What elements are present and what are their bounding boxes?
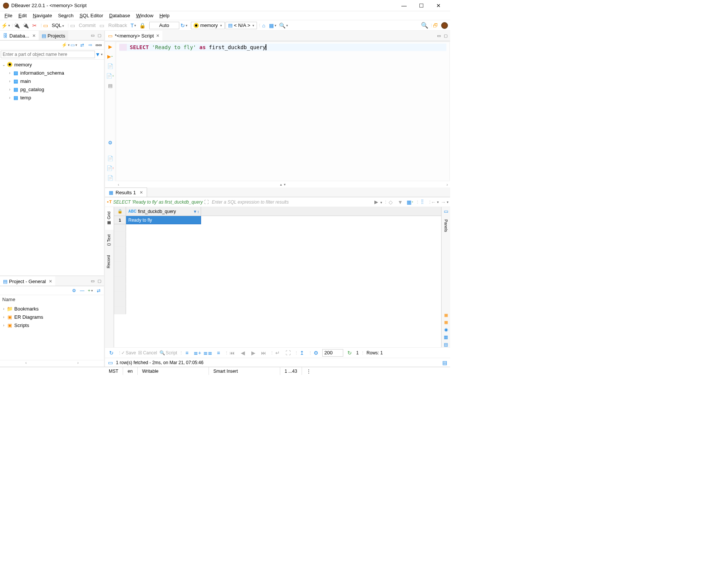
filter-history-icon[interactable]: ▼ <box>396 198 404 206</box>
panel-icon-2[interactable]: ▦ <box>444 320 448 325</box>
tab-database[interactable]: 🗄 Databa... ✕ <box>0 31 39 40</box>
var-icon[interactable]: 📄 <box>107 174 114 182</box>
config-icon[interactable]: ⚙ <box>312 349 320 357</box>
tree-node-schema[interactable]: ›▤main <box>1 77 103 85</box>
script-button[interactable]: 🔍 Script <box>159 350 177 356</box>
panel-icon-3[interactable]: ◉ <box>444 327 448 332</box>
menu-navigate[interactable]: Navigate <box>30 12 55 19</box>
status-detail-icon[interactable]: ▤ <box>442 360 447 366</box>
maximize-editor-icon[interactable]: ▢ <box>443 33 449 38</box>
menu-help[interactable]: Help <box>156 12 173 19</box>
execute-icon[interactable]: ▶ <box>107 43 114 50</box>
open-perspective-icon[interactable]: 🗗 <box>431 21 440 30</box>
execute-new-tab-icon[interactable]: ▶+ <box>107 52 114 60</box>
save-edits-button[interactable]: ✓ Save <box>121 350 136 356</box>
first-page-icon[interactable]: ⏮ <box>228 349 236 357</box>
column-filter-icon[interactable]: ▼↕ <box>193 209 199 214</box>
close-icon[interactable]: ✕ <box>32 33 36 38</box>
execute-script-icon[interactable]: 📄 <box>107 62 114 70</box>
dbeaver-perspective-icon[interactable] <box>440 21 449 30</box>
execute-plan-icon[interactable]: 📄+ <box>107 72 114 80</box>
panels-toggle-icon[interactable]: ▭ <box>444 208 448 214</box>
close-button[interactable]: ✕ <box>430 0 447 11</box>
next-page-icon[interactable]: ▶ <box>249 349 257 357</box>
menu-edit[interactable]: Edit <box>15 12 30 19</box>
link-icon[interactable]: ⇄ <box>95 287 102 294</box>
minimize-editor-icon[interactable]: ▭ <box>436 33 442 38</box>
fetch-limit-input[interactable] <box>322 349 343 357</box>
minimize-view-icon[interactable]: ▭ <box>90 279 96 284</box>
gear-icon[interactable]: ⚙ <box>70 287 78 294</box>
new-connection-icon[interactable]: ⚡ <box>2 21 10 30</box>
explain-icon[interactable]: ▤ <box>107 82 114 89</box>
add-row-icon[interactable]: ≣+ <box>193 349 201 357</box>
connect-icon[interactable]: 🔌 <box>12 21 21 30</box>
quick-search-icon[interactable]: 🔍 <box>421 21 429 30</box>
connection-selector[interactable]: memory ▾ <box>191 22 225 29</box>
add-icon[interactable]: + <box>87 287 94 294</box>
grid-column-header[interactable]: ABC first_duckdb_query ▼↕ <box>126 207 201 216</box>
nav-forward-icon[interactable]: → <box>440 198 449 206</box>
delete-row-icon[interactable]: ≡ <box>214 349 222 357</box>
tab-project-general[interactable]: ▤ Project - General ✕ <box>0 276 55 286</box>
new-conn-icon[interactable]: ⚡ <box>62 41 69 49</box>
perspective-icon-1[interactable]: ⌂ <box>260 21 268 30</box>
close-icon[interactable]: ✕ <box>156 33 159 38</box>
search-icon[interactable]: 🔍 <box>279 21 288 30</box>
panels-label[interactable]: Panels <box>444 216 448 235</box>
perspective-icon-2[interactable]: ▦ <box>269 21 277 30</box>
schema-selector[interactable]: ▤ < N/A > ▾ <box>225 22 257 29</box>
editor-tab-script[interactable]: ▭ *<memory> Script ✕ <box>105 31 162 41</box>
sql-editor[interactable]: SELECT 'Ready to fly' as first_duckdb_qu… <box>116 42 450 181</box>
link-editor-icon[interactable]: ⇨ <box>87 41 94 49</box>
minimize-button[interactable]: — <box>395 0 413 11</box>
load-script-icon[interactable]: 📄 <box>107 154 114 162</box>
jump-icon[interactable]: ↵ <box>273 349 282 357</box>
zoom-icon[interactable]: ⛶ <box>284 349 292 357</box>
panel-icon-4[interactable]: ▦ <box>444 334 448 340</box>
menu-file[interactable]: File <box>2 12 15 19</box>
filter-icon[interactable]: ▼ <box>95 50 103 58</box>
results-filter-input[interactable]: Enter a SQL expression to filter results <box>210 200 373 205</box>
transaction-mode-icon[interactable]: T <box>129 21 138 30</box>
panel-icon-1[interactable]: ▦ <box>444 313 448 318</box>
edit-row-icon[interactable]: ≡ <box>183 349 191 357</box>
results-grid[interactable]: 🔒 ABC first_duckdb_query ▼↕ 1 Ready to f… <box>114 207 441 347</box>
sql-editor-icon[interactable]: ▭ <box>41 21 50 30</box>
refresh-icon[interactable]: ⇄ <box>78 41 86 49</box>
menu-database[interactable]: Database <box>106 12 133 19</box>
panel-icon-5[interactable]: ▤ <box>444 342 448 347</box>
panel-toggle-icon[interactable]: ⦙⦙ <box>418 198 427 206</box>
maximize-view-icon[interactable]: ▢ <box>96 279 102 284</box>
clear-filter-icon[interactable]: ◇ <box>386 198 395 206</box>
export-icon[interactable]: ↥ <box>298 349 306 357</box>
nav-back-icon[interactable]: ← <box>431 198 439 206</box>
project-item-scripts[interactable]: ›▣Scripts <box>1 321 103 329</box>
history-icon[interactable]: ↻ <box>180 21 188 30</box>
close-icon[interactable]: ✕ <box>49 279 52 284</box>
close-icon[interactable]: ✕ <box>140 190 143 195</box>
apply-limit-icon[interactable]: ↻ <box>345 349 354 357</box>
grid-row-number[interactable]: 1 <box>114 216 126 224</box>
tree-node-schema[interactable]: ›▤pg_catalog <box>1 85 103 93</box>
prev-page-icon[interactable]: ◀ <box>239 349 247 357</box>
collapse-icon[interactable]: — <box>78 287 86 294</box>
navigator-filter-input[interactable] <box>1 51 95 58</box>
dup-row-icon[interactable]: ≣≣ <box>204 349 212 357</box>
grid-corner[interactable]: 🔒 <box>114 207 126 216</box>
maximize-button[interactable]: ☐ <box>413 0 430 11</box>
menu-search[interactable]: Search <box>55 12 77 19</box>
side-tab-record[interactable]: Record <box>105 250 114 273</box>
tab-projects[interactable]: ▤ Projects <box>39 31 68 40</box>
commit-button[interactable]: Commit <box>77 22 97 28</box>
tree-node-schema[interactable]: ›▤information_schema <box>1 69 103 77</box>
side-tab-text[interactable]: ⟨⟩ Text <box>105 230 114 250</box>
menu-window[interactable]: Window <box>133 12 156 19</box>
maximize-view-icon[interactable]: ▢ <box>96 33 102 38</box>
disconnect-icon[interactable]: ✂ <box>30 21 39 30</box>
reconnect-icon[interactable]: 🔌 <box>21 21 30 30</box>
minimize-view-icon[interactable]: ▭ <box>90 33 96 38</box>
tab-results[interactable]: ▦ Results 1 ✕ <box>105 188 147 197</box>
new-folder-icon[interactable]: ▭ <box>70 41 78 49</box>
refresh-results-icon[interactable]: ↻ <box>107 349 116 357</box>
